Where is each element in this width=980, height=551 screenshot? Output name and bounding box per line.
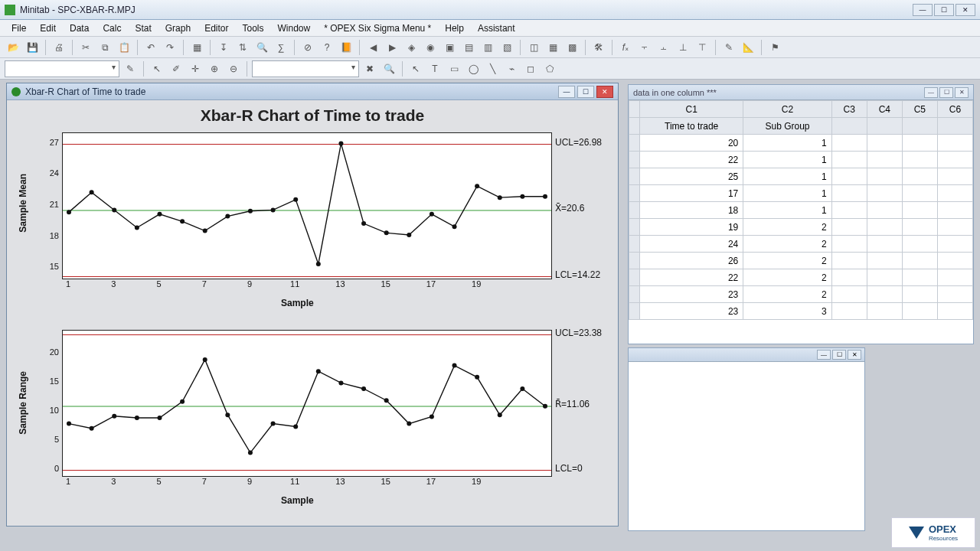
- marker-icon[interactable]: ◻: [522, 60, 539, 77]
- worksheet-icon[interactable]: ▦: [188, 39, 205, 56]
- stat3-icon[interactable]: ⊥: [675, 39, 691, 56]
- menu-help[interactable]: Help: [438, 21, 471, 35]
- table-row[interactable]: 262: [629, 253, 973, 269]
- nav8-icon[interactable]: ▧: [498, 39, 515, 56]
- pointer-icon[interactable]: ↖: [407, 60, 424, 77]
- col-name[interactable]: [902, 118, 937, 135]
- layout1-icon[interactable]: ◫: [525, 39, 542, 56]
- save-icon[interactable]: 💾: [24, 39, 41, 56]
- rect-icon[interactable]: ▭: [446, 60, 462, 77]
- nav4-icon[interactable]: ◉: [422, 39, 439, 56]
- table-row[interactable]: 222: [629, 269, 973, 286]
- table-row[interactable]: 192: [629, 219, 973, 236]
- menu-window[interactable]: Window: [271, 21, 318, 35]
- layout2-icon[interactable]: ▦: [544, 39, 561, 56]
- col-header[interactable]: C2: [743, 101, 831, 118]
- nav6-icon[interactable]: ▤: [460, 39, 477, 56]
- nav7-icon[interactable]: ▥: [479, 39, 496, 56]
- toolbox-icon[interactable]: 🛠: [590, 39, 607, 56]
- ellipse-icon[interactable]: ◯: [465, 60, 482, 77]
- menu-calc[interactable]: Calc: [96, 21, 128, 35]
- col-name[interactable]: Time to trade: [640, 118, 743, 135]
- cancel-icon[interactable]: ⊘: [299, 39, 316, 56]
- col-header[interactable]: C3: [831, 101, 867, 118]
- menu-editor[interactable]: Editor: [198, 21, 235, 35]
- select-icon[interactable]: ↖: [149, 60, 165, 77]
- calc-icon[interactable]: ∑: [273, 39, 289, 56]
- paste-icon[interactable]: 📋: [116, 39, 132, 56]
- stat2-icon[interactable]: ⫠: [655, 39, 672, 56]
- element-combo[interactable]: [5, 60, 119, 77]
- worksheet-minimize-button[interactable]: —: [924, 87, 938, 98]
- delpoint-icon[interactable]: ⊖: [225, 60, 242, 77]
- window-close-button[interactable]: ✕: [956, 4, 975, 16]
- nav1-icon[interactable]: ◀: [364, 39, 381, 56]
- worksheet-titlebar[interactable]: data in one column *** — ☐ ✕: [629, 85, 973, 100]
- menu-assistant[interactable]: Assistant: [471, 21, 522, 35]
- insert-icon[interactable]: ↧: [215, 39, 232, 56]
- menu-data[interactable]: Data: [63, 21, 96, 35]
- session-close-button[interactable]: ✕: [848, 350, 861, 360]
- table-row[interactable]: 221: [629, 152, 973, 168]
- brush2-icon[interactable]: ✐: [168, 60, 185, 77]
- col-header[interactable]: C5: [902, 101, 937, 118]
- table-row[interactable]: 232: [629, 286, 973, 303]
- edit-element-icon[interactable]: ✎: [122, 60, 139, 77]
- session-maximize-button[interactable]: ☐: [832, 350, 846, 360]
- worksheet-maximize-button[interactable]: ☐: [939, 87, 953, 98]
- style-combo[interactable]: [252, 60, 359, 77]
- zoom-icon[interactable]: 🔍: [381, 60, 397, 77]
- nav5-icon[interactable]: ▣: [441, 39, 458, 56]
- line-icon[interactable]: ╲: [484, 60, 501, 77]
- menu-edit[interactable]: Edit: [33, 21, 63, 35]
- table-row[interactable]: 251: [629, 168, 973, 185]
- chart-close-button[interactable]: ✕: [596, 86, 613, 98]
- col-header[interactable]: C1: [640, 101, 743, 118]
- open-icon[interactable]: 📂: [5, 39, 21, 56]
- redo-icon[interactable]: ↷: [162, 39, 178, 56]
- cut-icon[interactable]: ✂: [77, 39, 94, 56]
- col-name[interactable]: [937, 118, 972, 135]
- menu-file[interactable]: File: [5, 21, 33, 35]
- polyline-icon[interactable]: ⌁: [503, 60, 520, 77]
- fx-icon[interactable]: fₓ: [617, 39, 634, 56]
- table-row[interactable]: 201: [629, 135, 973, 152]
- addpoint-icon[interactable]: ⊕: [206, 60, 223, 77]
- polygon-icon[interactable]: ⬠: [541, 60, 558, 77]
- r-plot[interactable]: [62, 330, 552, 477]
- nav2-icon[interactable]: ▶: [384, 39, 400, 56]
- worksheet-close-button[interactable]: ✕: [955, 87, 969, 98]
- window-maximize-button[interactable]: ☐: [934, 4, 954, 16]
- nav3-icon[interactable]: ◈: [403, 39, 420, 56]
- table-row[interactable]: 181: [629, 202, 973, 219]
- worksheet-grid[interactable]: C1C2C3C4C5C6Time to tradeSub Group201221…: [629, 100, 973, 320]
- col-header[interactable]: C4: [867, 101, 902, 118]
- chart-window-titlebar[interactable]: Xbar-R Chart of Time to trade — ☐ ✕: [7, 83, 618, 100]
- crosshair-icon[interactable]: ✛: [187, 60, 204, 77]
- flag-icon[interactable]: ⚑: [766, 39, 783, 56]
- reportpad-icon[interactable]: 📙: [338, 39, 354, 56]
- col-name[interactable]: [831, 118, 867, 135]
- help-icon[interactable]: ?: [318, 39, 335, 56]
- find-icon[interactable]: 🔍: [253, 39, 270, 56]
- clear-icon[interactable]: ✖: [361, 60, 378, 77]
- menu-tools[interactable]: Tools: [235, 21, 270, 35]
- xbar-plot[interactable]: [62, 132, 552, 279]
- chart-maximize-button[interactable]: ☐: [577, 86, 594, 98]
- brush-icon[interactable]: ✎: [720, 39, 737, 56]
- stat1-icon[interactable]: ⫟: [636, 39, 653, 56]
- move-icon[interactable]: ⇅: [234, 39, 251, 56]
- session-titlebar[interactable]: — ☐ ✕: [629, 348, 864, 362]
- col-name[interactable]: Sub Group: [743, 118, 831, 135]
- stat4-icon[interactable]: ⊤: [694, 39, 710, 56]
- chart-minimize-button[interactable]: —: [558, 86, 575, 98]
- session-minimize-button[interactable]: —: [817, 350, 831, 360]
- menu-stat[interactable]: Stat: [128, 21, 158, 35]
- layout3-icon[interactable]: ▩: [564, 39, 580, 56]
- table-row[interactable]: 242: [629, 236, 973, 253]
- table-row[interactable]: 171: [629, 185, 973, 202]
- print-icon[interactable]: 🖨: [51, 39, 67, 56]
- menu-opex[interactable]: * OPEX Six Sigma Menu *: [317, 21, 438, 35]
- col-header[interactable]: C6: [937, 101, 972, 118]
- col-name[interactable]: [867, 118, 902, 135]
